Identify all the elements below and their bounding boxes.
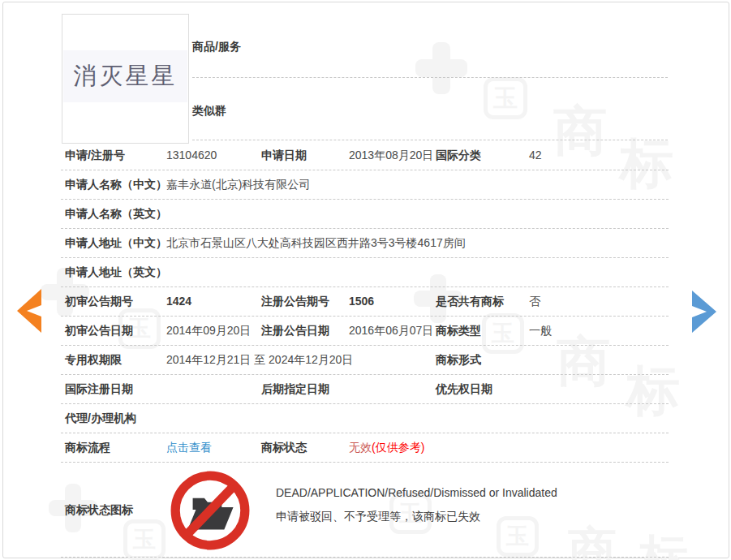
table-row: 申请/注册号 13104620 申请日期 2013年08月20日 国际分类 42 [61, 141, 669, 170]
table-row: 申请人地址（中文） 北京市石景山区八大处高科技园区西井路3号3号楼4617房间 [61, 229, 669, 258]
field-label: 申请日期 [261, 141, 307, 170]
table-row: 申请人名称（英文） [61, 200, 669, 229]
field-label: 申请人地址（英文） [65, 258, 167, 286]
field-label: 是否共有商标 [436, 287, 504, 316]
field-label: 初审公告日期 [65, 317, 133, 345]
field-value: 一般 [529, 317, 552, 345]
status-reference-note: (仅供参考) [372, 441, 424, 454]
field-label: 注册公告期号 [261, 287, 329, 316]
table-row: 商标状态图标 DEAD/APPLICATION/Refused/Dismisse… [61, 463, 669, 558]
field-value: 2014年09月20日 [166, 317, 251, 345]
trademark-image-strip: 消灭星星 [63, 50, 187, 102]
field-label: 商标形式 [436, 346, 481, 374]
table-row: 初审公告期号 1424 注册公告期号 1506 是否共有商标 否 [61, 287, 669, 317]
field-value: 42 [529, 141, 542, 170]
field-value: 2016年06月07日 [349, 317, 433, 345]
field-label: 优先权日期 [436, 375, 492, 403]
field-label: 商标状态 [261, 433, 307, 462]
trademark-image: 消灭星星 [62, 14, 189, 144]
field-label: 初审公告期号 [65, 287, 133, 316]
similar-group-label: 类似群 [192, 104, 226, 118]
field-value: 1424 [166, 287, 191, 316]
chevron-left-icon[interactable] [15, 289, 42, 333]
field-value: 北京市石景山区八大处高科技园区西井路3号3号楼4617房间 [166, 229, 466, 257]
table-row: 国际注册日期 后期指定日期 优先权日期 [61, 375, 669, 404]
field-value: 嘉丰永道(北京)科技有限公司 [166, 170, 310, 199]
status-title-text: DEAD/APPLICATION/Refused/Dismissed or In… [276, 485, 557, 501]
trademark-name-text: 消灭星星 [74, 60, 178, 93]
field-label: 申请人名称（中文） [65, 170, 167, 199]
field-value: 2013年08月20日 [349, 141, 433, 170]
field-label: 后期指定日期 [261, 375, 329, 403]
status-description-text: 申请被驳回、不予受理等，该商标已失效 [276, 508, 480, 524]
divider [192, 77, 668, 78]
field-label: 商标类型 [436, 317, 481, 345]
field-value: 1506 [349, 287, 374, 316]
field-label: 商标流程 [65, 433, 110, 462]
field-label: 申请人地址（中文） [65, 229, 167, 257]
table-row: 初审公告日期 2014年09月20日 注册公告日期 2016年06月07日 商标… [61, 317, 669, 346]
field-label: 注册公告日期 [261, 317, 329, 345]
field-label: 国际分类 [436, 141, 481, 170]
table-row: 申请人地址（英文） [61, 258, 669, 287]
field-label: 申请人名称（英文） [65, 200, 167, 228]
table-row: 商标流程 点击查看 商标状态 无效(仅供参考) [61, 433, 669, 463]
trademark-detail-page: 玉 商 标 玉 玉 商 标 玉 玉 玉 商 标 消灭星星 商品/服务 类似群 申… [0, 0, 731, 560]
goods-services-label: 商品/服务 [192, 40, 241, 54]
field-label: 国际注册日期 [65, 375, 133, 403]
field-label: 商标状态图标 [65, 463, 133, 557]
divider [192, 140, 668, 140]
detail-table: 申请/注册号 13104620 申请日期 2013年08月20日 国际分类 42… [61, 141, 669, 558]
no-open-folder-icon [169, 469, 252, 552]
trademark-status-value: 无效(仅供参考) [349, 433, 424, 462]
field-value: 否 [529, 287, 540, 316]
field-value: 13104620 [166, 141, 217, 170]
field-label: 专用权期限 [65, 346, 122, 374]
field-label: 代理/办理机构 [65, 404, 136, 433]
table-row: 代理/办理机构 [61, 404, 669, 433]
status-invalid-text: 无效 [349, 441, 372, 454]
chevron-right-icon[interactable] [691, 291, 719, 333]
field-value: 2014年12月21日 至 2024年12月20日 [166, 346, 353, 374]
table-row: 申请人名称（中文） 嘉丰永道(北京)科技有限公司 [61, 170, 669, 200]
table-row: 专用权期限 2014年12月21日 至 2024年12月20日 商标形式 [61, 346, 669, 375]
field-label: 申请/注册号 [65, 141, 125, 170]
view-process-link[interactable]: 点击查看 [166, 433, 212, 462]
